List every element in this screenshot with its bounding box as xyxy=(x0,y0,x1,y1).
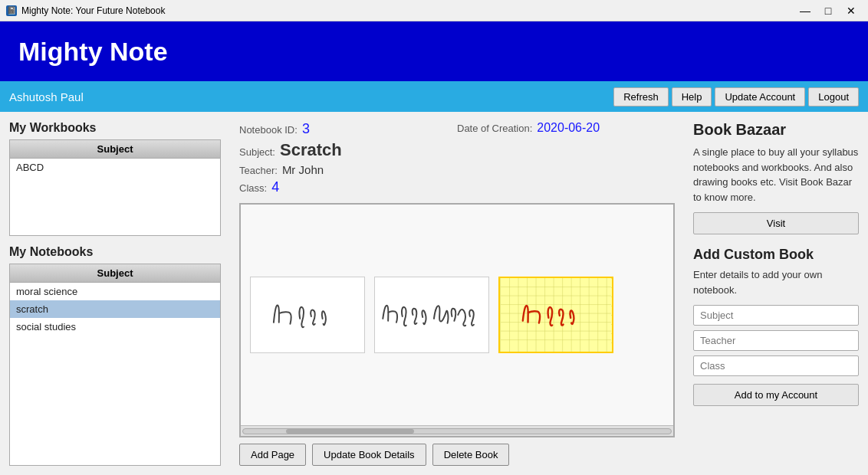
close-button[interactable]: ✕ xyxy=(840,3,862,18)
list-item[interactable]: ABCD xyxy=(10,159,220,176)
page-thumbnail[interactable] xyxy=(374,277,489,353)
workbooks-title: My Workbooks xyxy=(9,121,221,135)
teacher-value: Mr John xyxy=(282,163,324,176)
bazaar-title: Book Bazaar xyxy=(693,121,859,139)
app-icon xyxy=(6,5,17,16)
workbooks-section: My Workbooks Subject ABCD xyxy=(9,121,221,236)
svg-rect-0 xyxy=(252,277,364,352)
action-buttons: Add Page Update Book Details Delete Book xyxy=(239,444,675,466)
class-value: 4 xyxy=(271,179,279,195)
bazaar-desc: A single place to buy all your syllabus … xyxy=(693,145,859,205)
notebook-id-row: Notebook ID: 3 xyxy=(239,121,457,137)
subject-row: Subject: Scratch xyxy=(239,140,457,160)
title-bar-left: Mighty Note: Your Future Notebook xyxy=(6,5,165,16)
app-title: Mighty Note xyxy=(18,37,168,67)
class-input[interactable] xyxy=(693,355,859,376)
refresh-button[interactable]: Refresh xyxy=(613,87,669,106)
pages-scroll-area[interactable] xyxy=(241,205,673,425)
add-page-button[interactable]: Add Page xyxy=(239,444,306,466)
main-content: My Workbooks Subject ABCD My Notebooks S… xyxy=(0,112,868,475)
class-label: Class: xyxy=(239,182,267,194)
scroll-thumb xyxy=(286,429,414,434)
custom-book-title: Add Custom Book xyxy=(693,247,859,263)
toolbar-buttons: Refresh Help Update Account Logout xyxy=(613,87,859,106)
visit-button[interactable]: Visit xyxy=(693,212,859,234)
username-label: Ashutosh Paul xyxy=(9,90,84,103)
center-panel: Notebook ID: 3 Date of Creation: 2020-06… xyxy=(230,112,684,475)
notebooks-list: Subject moral science scratch social stu… xyxy=(9,264,221,466)
date-row: Date of Creation: 2020-06-20 xyxy=(457,121,675,137)
svg-rect-1 xyxy=(376,277,488,352)
logout-button[interactable]: Logout xyxy=(808,87,859,106)
maximize-button[interactable]: □ xyxy=(817,3,839,18)
teacher-input[interactable] xyxy=(693,330,859,351)
page-thumbnail[interactable] xyxy=(498,277,613,353)
title-bar-text: Mighty Note: Your Future Notebook xyxy=(21,5,165,16)
minimize-button[interactable]: — xyxy=(794,3,816,18)
delete-book-button[interactable]: Delete Book xyxy=(432,444,510,466)
update-book-details-button[interactable]: Update Book Details xyxy=(312,444,426,466)
scroll-track[interactable] xyxy=(242,428,672,434)
workbooks-header: Subject xyxy=(10,140,220,159)
list-item[interactable]: moral science xyxy=(10,283,220,300)
class-row: Class: 4 xyxy=(239,179,457,195)
help-button[interactable]: Help xyxy=(672,87,712,106)
right-panel: Book Bazaar A single place to buy all yo… xyxy=(684,112,868,475)
custom-book-desc: Enter details to add your own notebook. xyxy=(693,267,859,297)
window-controls: — □ ✕ xyxy=(794,3,862,18)
left-panel: My Workbooks Subject ABCD My Notebooks S… xyxy=(0,112,230,475)
notebooks-header: Subject xyxy=(10,264,220,283)
teacher-label: Teacher: xyxy=(239,165,278,176)
date-label: Date of Creation: xyxy=(457,123,532,134)
subject-input[interactable] xyxy=(693,305,859,326)
date-value: 2020-06-20 xyxy=(537,121,600,135)
list-item[interactable]: scratch xyxy=(10,300,220,318)
page-thumbnail[interactable] xyxy=(250,277,365,353)
workbooks-list: Subject ABCD xyxy=(9,139,221,236)
app-header: Mighty Note xyxy=(0,21,868,81)
toolbar: Ashutosh Paul Refresh Help Update Accoun… xyxy=(0,81,868,112)
notebook-id-value: 3 xyxy=(302,121,310,137)
title-bar: Mighty Note: Your Future Notebook — □ ✕ xyxy=(0,0,868,21)
subject-value: Scratch xyxy=(280,140,342,160)
teacher-row: Teacher: Mr John xyxy=(239,163,457,176)
notebooks-section: My Notebooks Subject moral science scrat… xyxy=(9,245,221,466)
list-item[interactable]: social studies xyxy=(10,318,220,336)
add-to-account-button[interactable]: Add to my Account xyxy=(693,384,859,406)
svg-rect-2 xyxy=(501,278,611,352)
pages-scrollbar[interactable] xyxy=(241,425,673,436)
subject-label: Subject: xyxy=(239,146,275,158)
notebook-meta: Notebook ID: 3 Date of Creation: 2020-06… xyxy=(239,121,675,195)
notebook-id-label: Notebook ID: xyxy=(239,124,298,136)
update-account-button[interactable]: Update Account xyxy=(715,87,805,106)
notebooks-title: My Notebooks xyxy=(9,245,221,259)
pages-container xyxy=(239,203,675,437)
